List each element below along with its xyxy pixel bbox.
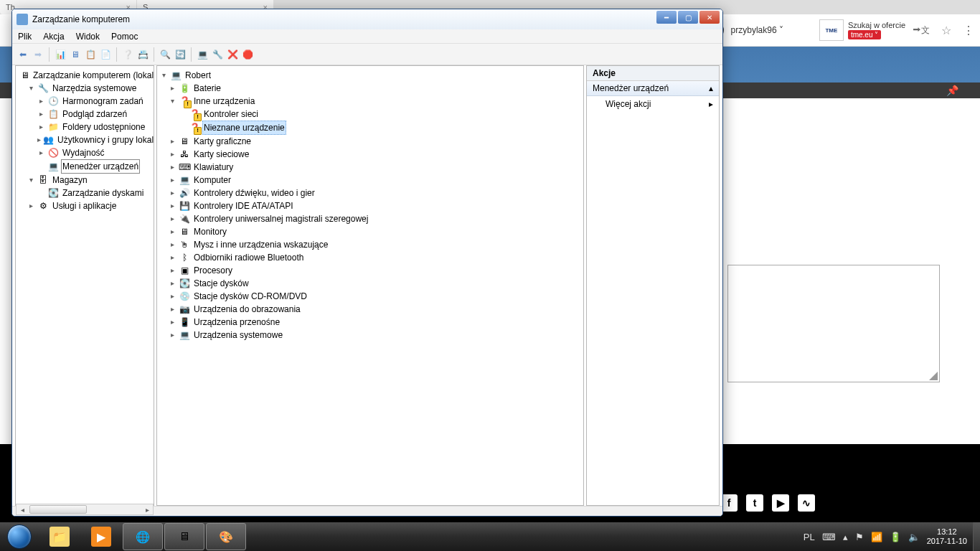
toolbar-icon[interactable]: ❌ <box>226 48 239 61</box>
tree-item[interactable]: ▸📁Foldery udostępnione <box>17 121 152 133</box>
menu-view[interactable]: Widok <box>76 32 100 42</box>
expand-icon[interactable]: ▸ <box>169 225 176 238</box>
expand-icon[interactable]: ▸ <box>169 199 176 212</box>
scroll-left-icon[interactable]: ◂ <box>17 506 28 514</box>
network-icon[interactable]: 📶 <box>871 532 882 542</box>
tree-item[interactable]: ❓Kontroler sieci <box>159 108 582 121</box>
toolbar-icon[interactable]: 📊 <box>54 48 67 61</box>
start-button[interactable] <box>0 522 39 551</box>
tree-item[interactable]: 💻Menedżer urządzeń <box>17 159 152 174</box>
tree-item[interactable]: ▸⌨Klawiatury <box>159 161 582 174</box>
tree-item[interactable]: ▾❓Inne urządzenia <box>159 95 582 108</box>
tree-item[interactable]: ▸💻Urządzenia systemowe <box>159 329 582 342</box>
expand-icon[interactable]: ▸ <box>169 161 176 174</box>
toolbar-icon[interactable]: 🖥 <box>69 48 82 61</box>
scan-hardware-button[interactable]: 💻 <box>196 48 209 61</box>
tree-item[interactable]: 🖥Zarządzanie komputerem (lokalne) <box>17 69 152 82</box>
expand-icon[interactable]: ▸ <box>169 251 176 264</box>
expand-icon[interactable]: ▸ <box>169 264 176 277</box>
reply-textarea[interactable] <box>727 265 940 382</box>
tree-item[interactable]: ▸🖥Karty graficzne <box>159 135 582 148</box>
expand-icon[interactable]: ▸ <box>37 146 45 159</box>
collapse-icon[interactable]: ▴ <box>709 83 713 93</box>
help-button[interactable]: ❔ <box>121 48 134 61</box>
twitter-icon[interactable]: t <box>746 494 763 512</box>
expand-icon[interactable]: ▸ <box>169 303 176 316</box>
expand-icon[interactable]: ▸ <box>169 174 176 187</box>
expand-icon[interactable]: ▾ <box>27 174 35 187</box>
actions-section[interactable]: Menedżer urządzeń▴ <box>587 81 719 96</box>
tree-item[interactable]: ▸📷Urządzenia do obrazowania <box>159 303 582 316</box>
pin-icon[interactable]: 📌 <box>946 85 958 96</box>
expand-icon[interactable]: ▸ <box>169 238 176 251</box>
youtube-icon[interactable]: ▶ <box>772 494 789 512</box>
taskbar-explorer[interactable]: 📁 <box>39 523 80 550</box>
taskbar-mediaplayer[interactable]: ▶ <box>81 523 121 550</box>
menu-help[interactable]: Pomoc <box>111 32 138 42</box>
tree-item[interactable]: ▸▣Procesory <box>159 264 582 277</box>
left-pane-scrollbar[interactable]: ◂ ▸ <box>16 504 154 515</box>
device-tree-pane[interactable]: ▾💻Robert▸🔋Baterie▾❓Inne urządzenia❓Kontr… <box>156 65 584 506</box>
tree-item[interactable]: ▸ᛒOdbiorniki radiowe Bluetooth <box>159 251 582 264</box>
taskbar-compmgmt[interactable]: 🖥 <box>164 523 204 550</box>
tree-item[interactable]: ▸💿Stacje dysków CD-ROM/DVD <box>159 290 582 303</box>
actions-more[interactable]: Więcej akcji▸ <box>587 96 719 112</box>
expand-icon[interactable]: ▸ <box>169 148 176 161</box>
window-titlebar[interactable]: Zarządzanie komputerem ━ ▢ ✕ <box>12 9 722 29</box>
expand-icon[interactable]: ▸ <box>169 329 176 342</box>
expand-icon[interactable]: ▸ <box>169 135 176 148</box>
taskbar-chrome[interactable]: 🌐 <box>123 523 163 550</box>
toolbar-icon[interactable]: 📋 <box>84 48 97 61</box>
tree-item[interactable]: ▸🔋Baterie <box>159 82 582 95</box>
rss-icon[interactable]: ∿ <box>798 494 815 512</box>
menu-file[interactable]: Plik <box>18 32 32 42</box>
expand-icon[interactable]: ▾ <box>27 82 35 95</box>
window-minimize-button[interactable]: ━ <box>656 11 677 24</box>
scroll-thumb[interactable] <box>29 505 87 514</box>
expand-icon[interactable]: ▸ <box>37 133 41 146</box>
tree-item[interactable]: ▸🕒Harmonogram zadań <box>17 95 152 108</box>
tree-item[interactable]: ▸💾Kontrolery IDE ATA/ATAPI <box>159 199 582 212</box>
tray-up-icon[interactable]: ▴ <box>843 532 848 542</box>
expand-icon[interactable]: ▸ <box>169 82 176 95</box>
expand-icon[interactable]: ▸ <box>27 199 35 212</box>
tree-item[interactable]: ▸🔊Kontrolery dźwięku, wideo i gier <box>159 187 582 199</box>
expand-icon[interactable]: ▸ <box>169 212 176 225</box>
show-desktop-button[interactable] <box>973 522 980 551</box>
tree-item[interactable]: ▸🖧Karty sieciowe <box>159 148 582 161</box>
clock[interactable]: 13:12 2017-11-10 <box>927 527 967 546</box>
window-close-button[interactable]: ✕ <box>699 11 720 24</box>
scroll-right-icon[interactable]: ▸ <box>141 506 153 514</box>
expand-icon[interactable]: ▸ <box>169 316 176 329</box>
user-link[interactable]: przybylak96 ˅ <box>731 25 783 35</box>
expand-icon[interactable]: ▸ <box>169 277 176 290</box>
expand-icon[interactable]: ▸ <box>37 108 45 121</box>
volume-icon[interactable]: 🔈 <box>908 532 920 542</box>
bookmark-star-icon[interactable]: ☆ <box>941 24 951 37</box>
expand-icon[interactable]: ▾ <box>169 95 176 108</box>
expand-icon[interactable]: ▸ <box>37 121 45 133</box>
tree-item[interactable]: ▸💽Stacje dysków <box>159 277 582 290</box>
tree-item[interactable]: 💽Zarządzanie dyskami <box>17 187 152 199</box>
tree-item[interactable]: ▸👥Użytkownicy i grupy lokalne <box>17 133 152 146</box>
expand-icon[interactable]: ▾ <box>160 69 168 82</box>
toolbar-icon[interactable]: 🔧 <box>211 48 224 61</box>
expand-icon[interactable]: ▸ <box>169 290 176 303</box>
tree-item[interactable]: ▸💻Komputer <box>159 174 582 187</box>
expand-icon[interactable]: ▸ <box>169 187 176 199</box>
translate-icon[interactable]: ⮕文 <box>913 24 930 37</box>
tree-item[interactable]: ▸⚙Usługi i aplikacje <box>17 199 152 212</box>
tree-item[interactable]: ▸📋Podgląd zdarzeń <box>17 108 152 121</box>
expand-icon[interactable]: ▸ <box>37 95 45 108</box>
forward-button[interactable]: ➡ <box>32 48 44 61</box>
browser-menu-icon[interactable]: ⋮ <box>963 24 974 37</box>
window-maximize-button[interactable]: ▢ <box>678 11 698 24</box>
keyboard-icon[interactable]: ⌨ <box>822 532 836 542</box>
flag-icon[interactable]: ⚑ <box>855 532 864 542</box>
left-tree-pane[interactable]: 🖥Zarządzanie komputerem (lokalne)▾🔧Narzę… <box>15 65 154 506</box>
toolbar-icon[interactable]: 📄 <box>99 48 112 61</box>
tree-item[interactable]: ▾🗄Magazyn <box>17 174 152 187</box>
tme-widget[interactable]: TME Szukaj w ofercie tme.eu ˅ <box>819 19 905 41</box>
back-button[interactable]: ⬅ <box>17 48 29 61</box>
tree-item[interactable]: ▾🔧Narzędzia systemowe <box>17 82 152 95</box>
